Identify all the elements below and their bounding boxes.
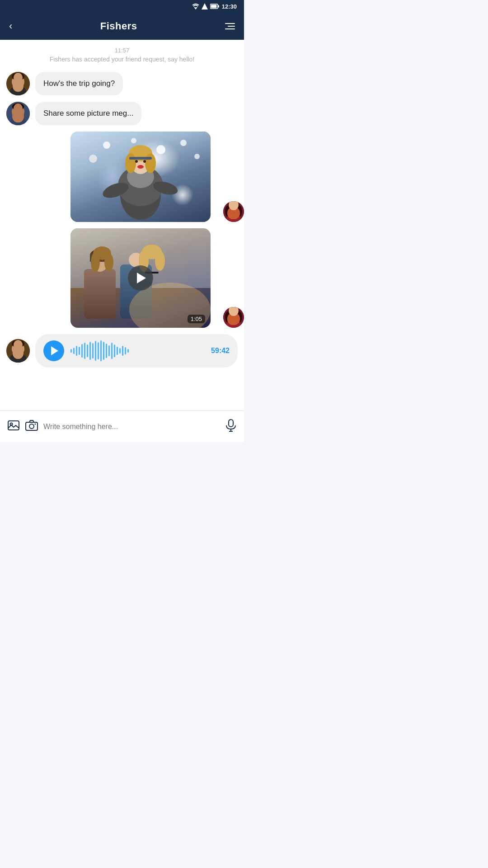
svg-rect-27 <box>129 157 152 160</box>
video-play-button[interactable] <box>128 265 153 291</box>
svg-point-8 <box>12 72 24 80</box>
svg-marker-1 <box>202 3 208 9</box>
message-row-2: Share some picture meg... <box>0 102 244 125</box>
avatar-woman-1 <box>223 201 244 222</box>
svg-point-18 <box>89 155 97 163</box>
waveform-bar <box>111 343 113 359</box>
svg-point-9 <box>6 102 30 125</box>
image-attachment-button[interactable] <box>7 419 20 434</box>
image-icon <box>7 419 20 432</box>
svg-point-7 <box>12 75 24 88</box>
svg-point-42 <box>91 252 100 272</box>
svg-point-15 <box>131 138 136 143</box>
camera-icon <box>25 419 38 432</box>
svg-point-51 <box>228 307 239 315</box>
waveform-bar <box>76 346 77 356</box>
audio-duration: 59:42 <box>211 347 230 355</box>
svg-point-63 <box>35 423 36 425</box>
audio-bubble: 59:42 <box>35 334 238 368</box>
avatar-man1 <box>6 72 30 95</box>
waveform-bar <box>73 348 75 354</box>
avatar-man1-img <box>6 72 30 95</box>
svg-rect-61 <box>26 422 38 430</box>
svg-rect-3 <box>218 5 219 8</box>
svg-point-62 <box>29 424 34 429</box>
menu-button[interactable] <box>225 23 235 29</box>
camera-button[interactable] <box>25 419 38 434</box>
waveform-bar <box>119 348 121 354</box>
menu-line-1 <box>225 23 235 24</box>
svg-point-50 <box>228 310 239 322</box>
audio-play-button[interactable] <box>43 340 64 361</box>
message-input[interactable] <box>43 423 220 431</box>
waveform-bar <box>127 349 129 353</box>
waveform-bar <box>117 347 118 355</box>
message-row-3 <box>0 132 244 222</box>
chat-area: 11:57 Fishers has accepted your friend r… <box>0 40 244 410</box>
chat-timestamp: 11:57 <box>0 47 244 54</box>
message-bubble-2: Share some picture meg... <box>35 102 141 125</box>
svg-point-38 <box>237 206 242 217</box>
header-title: Fishers <box>100 20 137 32</box>
waveform-bar <box>87 344 88 357</box>
waveform-bar <box>89 342 91 360</box>
svg-point-54 <box>231 317 236 320</box>
waveform-bar <box>103 342 104 360</box>
waveform-bar <box>92 343 94 359</box>
play-icon <box>137 273 146 283</box>
svg-point-35 <box>228 204 239 216</box>
avatar-woman-2 <box>223 307 244 328</box>
bottom-bar <box>0 410 244 442</box>
svg-point-53 <box>237 311 242 322</box>
message-bubble-1: How's the trip going? <box>35 72 123 95</box>
svg-point-36 <box>228 201 239 209</box>
scene-overlay <box>70 132 211 222</box>
svg-point-43 <box>104 253 113 271</box>
audio-waveform <box>70 340 205 361</box>
waveform-bar <box>106 344 107 358</box>
waveform-bar <box>114 344 115 357</box>
svg-point-11 <box>12 105 24 118</box>
mic-icon <box>225 419 237 432</box>
image-bubble[interactable] <box>70 132 211 222</box>
svg-point-17 <box>180 140 187 146</box>
svg-point-34 <box>226 214 241 222</box>
avatar-man2-img <box>6 102 30 125</box>
waveform-bar <box>84 343 85 359</box>
svg-point-52 <box>225 311 230 322</box>
svg-point-16 <box>156 145 165 154</box>
svg-point-49 <box>226 320 241 328</box>
waveform-bar <box>125 347 126 354</box>
back-button[interactable]: ‹ <box>9 21 12 31</box>
svg-point-30 <box>137 165 144 169</box>
message-row-1: How's the trip going? <box>0 72 244 95</box>
video-bubble[interactable]: 1:05 <box>70 228 211 328</box>
sent-avatar-image <box>223 201 244 222</box>
avatar-man1-audio-img <box>6 339 30 363</box>
microphone-button[interactable] <box>225 419 237 434</box>
svg-point-58 <box>12 340 24 348</box>
waveform-bar <box>95 341 96 361</box>
svg-point-19 <box>194 154 200 159</box>
svg-point-39 <box>231 212 236 214</box>
avatar-man1-audio <box>6 339 30 363</box>
signal-icon <box>202 3 208 9</box>
svg-rect-64 <box>229 420 233 427</box>
svg-point-14 <box>103 142 110 149</box>
svg-point-29 <box>143 160 146 163</box>
audio-play-icon <box>51 346 58 355</box>
system-message: Fishers has accepted your friend request… <box>0 56 244 63</box>
message-row-5: 59:42 <box>0 334 244 368</box>
avatar-woman-img <box>223 201 244 222</box>
status-time: 12:30 <box>222 3 237 10</box>
header: ‹ Fishers <box>0 13 244 40</box>
image-content <box>70 132 211 222</box>
waveform-bar <box>100 340 102 361</box>
avatar-man2 <box>6 102 30 125</box>
sent-avatar-video <box>223 307 244 328</box>
waveform-bar <box>81 344 83 358</box>
svg-marker-0 <box>194 7 197 10</box>
waveform-bar <box>70 349 72 353</box>
video-duration: 1:05 <box>188 315 205 323</box>
message-row-4: 1:05 <box>0 228 244 328</box>
